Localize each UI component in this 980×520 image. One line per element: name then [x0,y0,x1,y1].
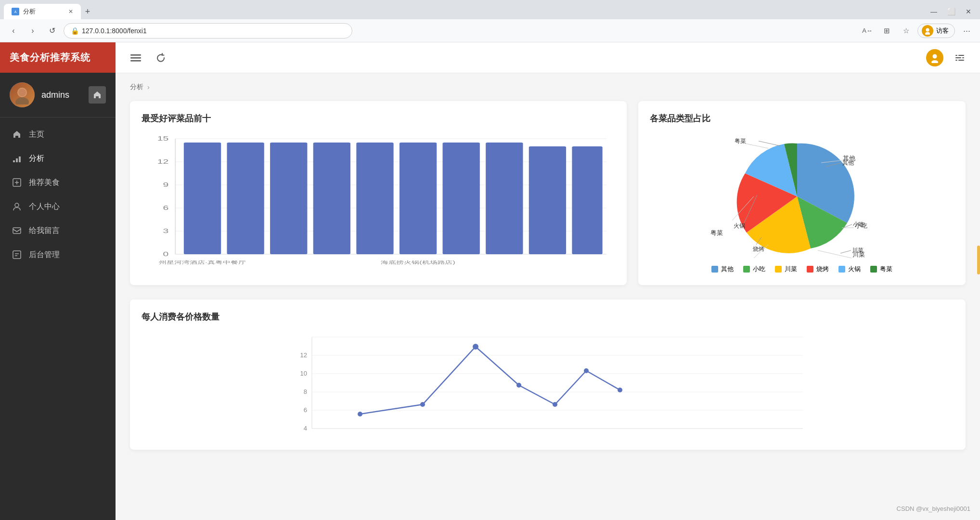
svg-rect-16 [130,60,141,62]
svg-rect-9 [19,156,21,162]
svg-rect-39 [184,143,221,254]
svg-rect-47 [529,146,566,254]
visitor-avatar [922,25,933,37]
breadcrumb-separator: › [147,83,150,91]
svg-point-91 [516,383,521,388]
svg-point-5 [15,97,29,104]
legend-dot-hotpot [838,266,845,273]
pie-svg-wrapper: 其他 小吃 川菜 烧烤 火锅 粤菜 [706,134,898,259]
svg-text:州星河湾酒店·真粤中餐厅: 州星河湾酒店·真粤中餐厅 [159,260,245,265]
svg-text:12: 12 [157,158,168,165]
topbar-user-icon[interactable] [926,49,943,66]
svg-rect-45 [443,143,480,254]
bookmark-btn[interactable]: ☆ [898,23,914,39]
username-label: admins [41,90,69,100]
svg-text:川菜: 川菜 [852,247,864,254]
svg-rect-41 [270,143,307,254]
breadcrumb: 分析 › [130,83,966,91]
admin-icon [12,249,22,260]
nav-item-analysis-label: 分析 [29,154,44,164]
content-area: 分析 › 最受好评菜品前十 [116,73,980,520]
svg-point-2 [926,28,929,31]
tab-close-btn[interactable]: ✕ [68,8,73,15]
home-quick-btn[interactable] [89,86,106,104]
new-tab-btn[interactable]: + [81,5,94,18]
scrollbar-indicator[interactable] [977,246,980,274]
translate-btn[interactable]: A↔ [860,23,875,39]
svg-rect-12 [13,228,21,234]
app-container: 美食分析推荐系统 admins [0,42,980,520]
sidebar-item-home[interactable]: 主页 [0,122,116,146]
more-btn[interactable]: ⋯ [959,23,974,39]
watermark: CSDN @vx_biyesheji0001 [897,505,970,512]
line-chart-card: 每人消费各价格数量 4 6 [130,299,966,450]
topbar-refresh-btn[interactable] [152,49,169,66]
svg-rect-23 [955,60,957,61]
legend-item-bbq: 烧烤 [807,265,829,273]
legend-item-snack: 小吃 [743,265,765,273]
svg-point-11 [15,203,19,207]
legend-dot-snack [743,266,750,273]
svg-text:烧烤: 烧烤 [753,246,764,252]
svg-text:4: 4 [304,425,307,432]
pie-chart-card: 各菜品类型占比 [638,101,966,285]
legend-label-cantonese: 粤菜 [880,265,892,273]
pie-legend: 其他 小吃 川菜 烧烤 [711,265,892,273]
svg-line-73 [759,141,780,146]
reload-btn[interactable]: ↺ [44,23,60,39]
message-icon [12,225,22,236]
svg-text:10: 10 [300,370,307,377]
sidebar-item-profile[interactable]: 个人中心 [0,195,116,219]
sidebar-title: 美食分析推荐系统 [0,42,116,73]
back-btn[interactable]: ‹ [6,23,21,39]
svg-rect-20 [958,55,964,56]
svg-rect-19 [955,55,957,56]
legend-label-sichuan: 川菜 [785,265,797,273]
active-tab[interactable]: A 分析 ✕ [4,4,81,19]
sidebar-item-admin[interactable]: 后台管理 [0,243,116,267]
avatar-image [10,82,35,107]
legend-label-hotpot: 火锅 [848,265,861,273]
visitor-profile-btn[interactable]: 访客 [917,24,955,38]
settings-icon[interactable] [951,49,968,66]
nav-item-admin-label: 后台管理 [29,250,60,260]
bar-chart-card: 最受好评菜品前十 [130,101,627,285]
browser-chrome: A 分析 ✕ + — ⬜ ✕ ‹ › ↺ 🔒 127.0.0.1:8000/fe… [0,0,980,42]
pie-svg: 其他 小吃 川菜 烧烤 火锅 粤菜 [706,134,898,259]
charts-row: 最受好评菜品前十 [130,101,966,285]
sidebar-item-recommend[interactable]: 推荐美食 [0,170,116,195]
pie-chart-title: 各菜品类型占比 [650,113,954,124]
svg-point-93 [584,368,589,373]
minimize-btn[interactable]: — [926,4,941,19]
close-btn[interactable]: ✕ [961,4,976,19]
breadcrumb-analysis: 分析 [130,83,143,91]
maximize-btn[interactable]: ⬜ [943,4,959,19]
svg-text:粤菜: 粤菜 [735,138,746,144]
nav-item-home-label: 主页 [29,130,44,140]
svg-text:8: 8 [304,388,307,395]
nav-right: A↔ ⊞ ☆ 访客 ⋯ [860,23,974,39]
recommend-icon [12,177,22,188]
legend-dot-other [711,266,718,273]
analysis-icon [12,153,22,164]
svg-rect-13 [13,251,21,259]
menu-toggle-btn[interactable] [127,49,144,66]
main-content: 分析 › 最受好评菜品前十 [116,42,980,520]
forward-btn[interactable]: › [25,23,40,39]
tab-bar: A 分析 ✕ + — ⬜ ✕ [0,0,980,19]
svg-text:其他: 其他 [842,159,854,166]
sidebar-item-message[interactable]: 给我留言 [0,219,116,243]
split-btn[interactable]: ⊞ [879,23,894,39]
svg-rect-24 [958,60,964,61]
legend-dot-sichuan [775,266,782,273]
address-bar[interactable]: 🔒 127.0.0.1:8000/fenxi1 [64,23,352,39]
svg-rect-15 [130,57,141,59]
nav-bar: ‹ › ↺ 🔒 127.0.0.1:8000/fenxi1 A↔ ⊞ ☆ 访客 … [0,19,980,42]
line-chart-title: 每人消费各价格数量 [142,311,954,323]
sidebar-item-analysis[interactable]: 分析 [0,146,116,170]
svg-point-6 [18,89,26,96]
bar-chart-svg: 0 3 6 9 12 15 [142,134,615,269]
svg-point-90 [473,344,478,350]
legend-dot-cantonese [870,266,877,273]
sidebar-nav: 主页 分析 推荐美食 个人中心 [0,117,116,520]
